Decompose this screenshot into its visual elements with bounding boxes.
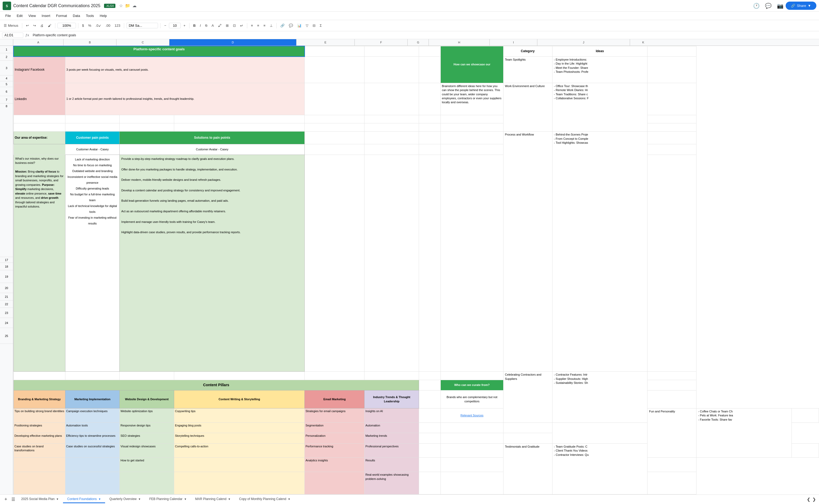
cell-d19[interactable]: Content Writing & Storytelling: [174, 390, 304, 408]
cell-h20[interactable]: Relevant Sources: [441, 408, 503, 422]
menu-format[interactable]: Format: [53, 13, 70, 19]
col-header-h[interactable]: H: [429, 39, 490, 46]
cell-e23[interactable]: Performance tracking: [305, 443, 365, 458]
cell-h24[interactable]: [441, 458, 503, 472]
menus-button[interactable]: ☰ Menus: [2, 23, 20, 29]
row-num-1[interactable]: 1: [0, 46, 13, 53]
tab-dropdown-icon[interactable]: ▼: [138, 498, 141, 501]
chart-button[interactable]: 📊: [296, 23, 303, 29]
cell-c25[interactable]: [120, 472, 174, 494]
cell-a20[interactable]: Tips on building strong brand identities: [13, 408, 65, 422]
cell-h7[interactable]: [441, 144, 503, 155]
row-num-6[interactable]: 6: [0, 87, 13, 96]
cell-b5[interactable]: [65, 123, 120, 132]
cell-d22[interactable]: Storytelling techniques: [174, 433, 304, 444]
cell-f25[interactable]: Real-world examples showcasing problem-s…: [365, 472, 419, 494]
cell-k1[interactable]: [647, 46, 696, 57]
cell-g5[interactable]: [419, 123, 440, 132]
cell-b7[interactable]: Customer Avatar - Casey: [65, 144, 120, 155]
cell-k22[interactable]: [503, 433, 552, 444]
cell-f1[interactable]: [365, 46, 419, 57]
cell-k24[interactable]: [647, 458, 696, 472]
cell-i20-fun[interactable]: Fun and Personality: [647, 408, 696, 458]
cell-c6-d6[interactable]: Solutions to pain points: [120, 132, 305, 144]
cell-a8-a16[interactable]: What's our mission, why does our busines…: [13, 155, 65, 372]
cloud-icon[interactable]: ☁: [132, 3, 137, 8]
decrease-font-button[interactable]: −: [163, 23, 168, 29]
cell-c22[interactable]: SEO strategies: [120, 433, 174, 444]
cell-a5[interactable]: [13, 123, 65, 132]
cell-f3[interactable]: [365, 83, 419, 115]
cell-a2[interactable]: Instagram/ Facebook: [13, 57, 65, 83]
cell-f7[interactable]: [365, 144, 419, 155]
cell-b25[interactable]: [65, 472, 120, 494]
row-num-20[interactable]: 20: [0, 283, 13, 293]
cell-c24[interactable]: How to get started: [120, 458, 174, 472]
cell-g23[interactable]: [419, 443, 440, 458]
cell-j23[interactable]: - Team Gratitude Posts: C- Client Thank-…: [552, 443, 647, 494]
italic-button[interactable]: I: [198, 23, 203, 29]
cell-e8[interactable]: [305, 155, 365, 372]
cell-g3[interactable]: [419, 83, 440, 115]
cell-k19[interactable]: [647, 390, 696, 408]
cell-f24[interactable]: Results: [365, 458, 419, 472]
cell-h8[interactable]: [441, 155, 503, 372]
folder-icon[interactable]: 📁: [125, 3, 130, 8]
cell-k21[interactable]: [503, 422, 552, 433]
wrap-text-button[interactable]: ↵: [239, 23, 245, 29]
cell-b17[interactable]: [65, 372, 120, 380]
filter-button[interactable]: ▽: [304, 23, 310, 29]
tabs-prev-arrow[interactable]: ❮: [806, 496, 811, 503]
cell-a4[interactable]: [13, 115, 65, 123]
tabs-next-arrow[interactable]: ❯: [811, 496, 817, 503]
cell-k25[interactable]: [647, 472, 696, 494]
borders-button[interactable]: ⊞: [224, 23, 230, 29]
cell-a19[interactable]: Branding & Marketing Strategy: [13, 390, 65, 408]
cell-h17[interactable]: [441, 372, 503, 380]
col-header-k[interactable]: K: [630, 39, 656, 46]
tab-dropdown-icon[interactable]: ▼: [228, 498, 231, 501]
font-selector[interactable]: [126, 23, 158, 28]
col-header-b[interactable]: B: [64, 39, 116, 46]
cell-c17[interactable]: [120, 372, 174, 380]
cell-f21[interactable]: Automation: [365, 422, 419, 433]
cell-k20[interactable]: [792, 408, 819, 422]
cell-e17[interactable]: [305, 372, 365, 380]
col-header-d[interactable]: D: [169, 39, 296, 46]
redo-button[interactable]: ↪: [31, 23, 38, 29]
cell-j17[interactable]: - Contractor Features: Intr- Supplier Sh…: [552, 372, 647, 422]
cell-k8[interactable]: [647, 155, 696, 372]
tab-feb-planning-calendar[interactable]: FEB Planning Calendar ▼: [145, 496, 191, 503]
cell-b6[interactable]: Customer pain points: [65, 132, 120, 144]
cell-k17[interactable]: [647, 372, 696, 380]
cell-f2[interactable]: [365, 57, 419, 83]
cell-e22[interactable]: Personalization: [305, 433, 365, 444]
cell-f5[interactable]: [365, 123, 419, 132]
increase-decimal-button[interactable]: .00: [104, 23, 112, 29]
cell-f6[interactable]: [365, 132, 419, 144]
cell-d20[interactable]: Copywriting tips: [174, 408, 304, 422]
row-num-21[interactable]: 21: [0, 293, 13, 300]
cell-f20[interactable]: Insights on AI: [365, 408, 419, 422]
row-num-8-16[interactable]: 8: [0, 103, 13, 257]
cell-d5[interactable]: [174, 123, 304, 132]
cell-g4[interactable]: [419, 115, 440, 123]
zoom-input[interactable]: [57, 23, 76, 28]
chat-icon[interactable]: 💬: [765, 3, 772, 9]
cell-k6[interactable]: [647, 132, 696, 144]
undo-button[interactable]: ↩: [24, 23, 30, 29]
cell-a17[interactable]: [13, 372, 65, 380]
cell-a1-d1[interactable]: Platform-specific content goals: [13, 46, 305, 57]
cell-d21[interactable]: Engaging blog posts: [174, 422, 304, 433]
cell-a7[interactable]: [13, 144, 65, 155]
cell-b24[interactable]: [65, 458, 120, 472]
tab-2025-social-media-plan[interactable]: 2025 Social Media Plan ▼: [17, 496, 63, 503]
align-center-button[interactable]: ≡: [256, 23, 261, 29]
col-header-e[interactable]: E: [296, 39, 355, 46]
row-num-17[interactable]: 17: [0, 257, 13, 263]
align-right-button[interactable]: ≡: [262, 23, 267, 29]
row-num-4[interactable]: 4: [0, 75, 13, 81]
cell-b23[interactable]: Case studies on successful strategies: [65, 443, 120, 458]
cell-a24[interactable]: [13, 458, 65, 472]
tab-quarterly-overview[interactable]: Quarterly Overview ▼: [105, 496, 145, 503]
